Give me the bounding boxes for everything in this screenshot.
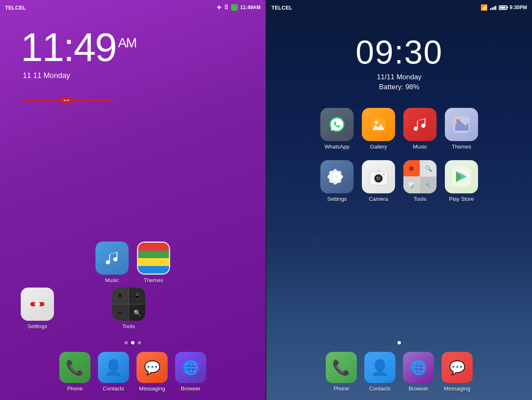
music-icon-right xyxy=(403,108,437,141)
app-tools-left[interactable]: 🎚 📱 ✏ 🔍 Tools xyxy=(112,288,145,329)
left-carrier: TELCEL xyxy=(5,5,26,11)
unlock-track[interactable]: ⟺ xyxy=(21,99,112,101)
messaging-symbol-right: 💬 xyxy=(449,360,466,376)
phone-icon-right: 📞 xyxy=(326,352,357,383)
app-settings-right[interactable]: Settings xyxy=(320,160,354,202)
status-time: 11:49AM xyxy=(240,5,261,10)
themes-icon-right xyxy=(445,108,478,141)
app-gallery[interactable]: Gallery xyxy=(362,108,395,150)
camera-label-right: Camera xyxy=(369,196,388,202)
right-battery-text: Battery: 98% xyxy=(279,83,520,91)
svg-point-12 xyxy=(376,177,378,178)
app-whatsapp[interactable]: WhatsApp xyxy=(320,108,354,150)
wifi-icon: 📶 xyxy=(481,4,488,11)
messaging-label-left: Messaging xyxy=(139,385,165,392)
camera-icon-right xyxy=(362,160,395,193)
left-status-right: ✦ ⠿ 11:49AM xyxy=(216,4,261,12)
contacts-symbol: 👤 xyxy=(104,359,123,376)
dock-messaging-left[interactable]: 💬 Messaging xyxy=(137,352,168,392)
messaging-icon-right: 💬 xyxy=(442,352,473,383)
left-clock-area: 11:49AM 11 11 Monday xyxy=(0,15,266,84)
tools-label-right: Tools xyxy=(414,196,426,202)
dot-3[interactable] xyxy=(138,341,141,344)
dock-phone-right[interactable]: 📞 Phone xyxy=(326,352,357,392)
dock-contacts-left[interactable]: 👤 Contacts xyxy=(98,352,129,392)
svg-point-4 xyxy=(375,121,378,124)
left-status-bar: TELCEL ✦ ⠿ 11:49AM xyxy=(0,0,266,15)
app-music-left[interactable]: Music xyxy=(95,241,129,283)
phone-icon-left: 📞 xyxy=(59,352,90,383)
tools-label-left: Tools xyxy=(122,323,135,329)
app-themes-right[interactable]: Themes xyxy=(445,108,478,150)
left-clock-date: 11 11 Monday xyxy=(23,71,253,80)
signal-bars-icon xyxy=(490,5,496,10)
right-status-time: 9:30PM xyxy=(510,5,527,10)
tools-icon-left: 🎚 📱 ✏ 🔍 xyxy=(112,288,145,321)
right-dock: 📞 Phone 👤 Contacts 🌐 Browser 💬 Messaging xyxy=(266,348,532,400)
settings-icon-left xyxy=(21,288,54,321)
tools-grid-icon: 🎚 📱 ✏ 🔍 xyxy=(112,288,145,321)
unlock-arrows-icon: ⟺ xyxy=(63,98,69,102)
app-tools-right[interactable]: ⚙ 🔍 📊 🔧 Tools xyxy=(403,160,437,202)
left-dock: 📞 Phone 👤 Contacts 💬 Messaging 🌐 Browser xyxy=(0,348,266,400)
right-clock-date: 11/11 Monday xyxy=(279,73,520,81)
browser-label-left: Browser xyxy=(181,385,201,392)
dock-browser-left[interactable]: 🌐 Browser xyxy=(175,352,206,392)
right-app-row-1: WhatsApp Gallery xyxy=(275,108,524,150)
notification-icon xyxy=(231,4,238,11)
playstore-icon xyxy=(445,160,478,193)
messaging-label-right: Messaging xyxy=(444,385,470,392)
svg-point-1 xyxy=(35,302,40,307)
dot-2[interactable] xyxy=(131,341,134,344)
themes-label-right: Themes xyxy=(452,144,471,150)
right-carrier: TELCEL xyxy=(271,5,293,11)
right-dot-1[interactable] xyxy=(398,341,401,344)
svg-marker-8 xyxy=(376,169,381,172)
right-status-bar: TELCEL 📶 9:30PM xyxy=(266,0,532,15)
settings-label-left: Settings xyxy=(28,323,47,329)
music-icon-left xyxy=(95,241,129,275)
battery-icon xyxy=(499,5,507,10)
settings-label-right: Settings xyxy=(327,196,347,202)
left-phone: TELCEL ✦ ⠿ 11:49AM 11:49AM 11 11 Monday … xyxy=(0,0,266,400)
app-playstore[interactable]: Play Store xyxy=(445,160,478,202)
star-icon: ✦ xyxy=(216,4,222,12)
playstore-label: Play Store xyxy=(449,196,474,202)
dock-messaging-right[interactable]: 💬 Messaging xyxy=(442,352,473,392)
messaging-icon-left: 💬 xyxy=(137,352,168,383)
settings-icon-right xyxy=(320,160,354,193)
app-camera-right[interactable]: Camera xyxy=(362,160,395,202)
dock-browser-right[interactable]: 🌐 Browser xyxy=(403,352,434,392)
dots-icon: ⠿ xyxy=(224,4,229,11)
browser-icon-left: 🌐 xyxy=(175,352,206,383)
left-page-dots xyxy=(0,338,266,348)
app-themes-left[interactable]: Themes xyxy=(137,241,170,283)
phone-symbol: 📞 xyxy=(66,359,84,376)
themes-icon-left xyxy=(137,241,170,275)
right-app-grid: WhatsApp Gallery xyxy=(266,95,532,338)
right-clock-time: 09:30 xyxy=(279,36,520,69)
left-app-row-2: Settings 🎚 📱 ✏ 🔍 Tools xyxy=(8,288,257,329)
contacts-icon-left: 👤 xyxy=(98,352,129,383)
left-clock-time: 11:49AM xyxy=(21,27,253,67)
dock-phone-left[interactable]: 📞 Phone xyxy=(59,352,90,392)
browser-label-right: Browser xyxy=(409,385,429,392)
browser-symbol: 🌐 xyxy=(183,360,199,376)
left-app-row-1: Music Themes xyxy=(8,241,257,283)
app-settings-left[interactable]: Settings xyxy=(21,288,54,329)
dot-1[interactable] xyxy=(124,341,128,344)
right-app-row-2: Settings Camera xyxy=(275,160,524,202)
unlock-slider[interactable]: ⟺ xyxy=(21,93,245,107)
gallery-icon xyxy=(362,108,395,141)
unlock-handle[interactable]: ⟺ xyxy=(60,97,73,103)
phone-label-left: Phone xyxy=(67,385,83,392)
whatsapp-label: WhatsApp xyxy=(325,144,349,150)
browser-symbol-right: 🌐 xyxy=(410,360,427,376)
contacts-icon-right: 👤 xyxy=(364,352,395,383)
contacts-symbol-right: 👤 xyxy=(371,359,389,376)
right-clock-area: 09:30 11/11 Monday Battery: 98% xyxy=(266,15,532,95)
battery-fill xyxy=(500,7,505,9)
app-music-right[interactable]: Music xyxy=(403,108,437,150)
svg-point-6 xyxy=(456,119,459,122)
dock-contacts-right[interactable]: 👤 Contacts xyxy=(364,352,395,392)
